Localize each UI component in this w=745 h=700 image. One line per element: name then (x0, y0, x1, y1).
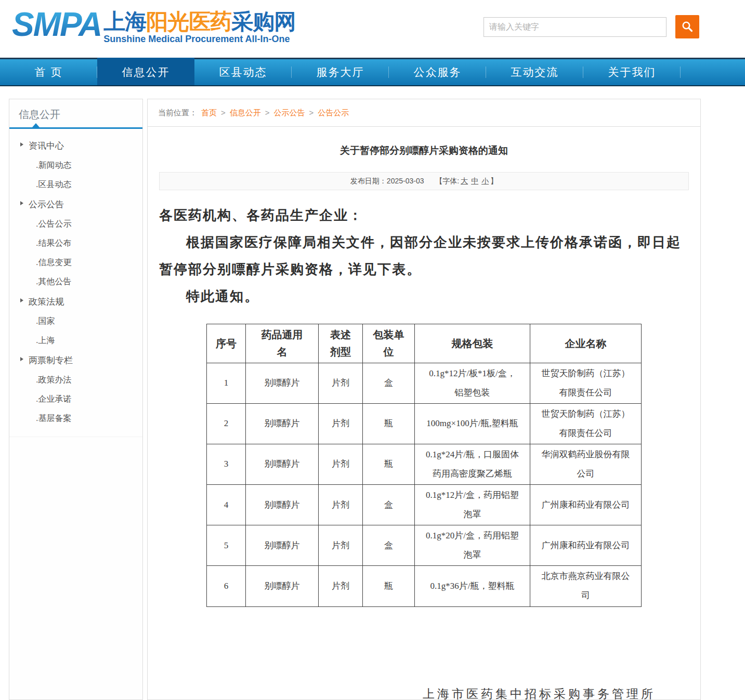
logo-text-block: 上海阳光医药采购网 Sunshine Medical Procurement A… (103, 4, 295, 44)
cell-drug-name: 别嘌醇片 (246, 485, 319, 525)
cell-company: 世贸天阶制药（江苏）有限责任公司 (530, 363, 642, 404)
logo-cn-part2: 阳光医药 (146, 9, 231, 34)
paragraph-body: 根据国家医疗保障局相关文件，因部分企业未按要求上传价格承诺函，即日起暂停部分别嘌… (159, 229, 689, 283)
cell-company: 华润双鹤药业股份有限公司 (530, 444, 642, 485)
cell-drug-name: 别嘌醇片 (246, 525, 319, 566)
cell-dosage-form: 片剂 (319, 566, 363, 606)
sidebar-item-enterprise-commitment[interactable]: .企业承诺 (9, 390, 142, 409)
right-triangle-icon (20, 201, 23, 205)
breadcrumb-separator: > (309, 108, 314, 117)
cell-package-unit: 瓶 (363, 566, 415, 606)
cell-spec-package: 0.1g*12片/盒，药用铝塑泡罩 (415, 485, 530, 525)
font-size-label-close: 】 (490, 177, 498, 185)
sidebar-item-result-publication[interactable]: .结果公布 (9, 234, 142, 253)
page: SMPA 上海阳光医药采购网 Sunshine Medical Procurem… (0, 0, 745, 700)
cell-package-unit: 瓶 (363, 404, 415, 444)
font-size-large-link[interactable]: 大 (461, 177, 468, 185)
cell-package-unit: 盒 (363, 525, 415, 566)
cell-company: 广州康和药业有限公司 (530, 485, 642, 525)
sidebar-item-policies[interactable]: 政策法规 (9, 292, 142, 312)
nav-tab-public-service[interactable]: 公众服务 (389, 59, 486, 85)
sidebar-item-grassroots-filing[interactable]: .基层备案 (9, 409, 142, 428)
font-size-small-link[interactable]: 小 (481, 177, 489, 185)
sidebar-item-public-announcements[interactable]: 公示公告 (9, 194, 142, 215)
logo-english-subtitle: Sunshine Medical Procurement All-In-One (103, 34, 295, 44)
cell-index: 2 (207, 404, 246, 444)
signature-organization: 上海市医药集中招标采购事务管理所 (423, 686, 656, 700)
logo-smpa-text: SMPA (12, 4, 101, 45)
nav-tab-service-hall[interactable]: 服务大厅 (292, 59, 389, 85)
paragraph-salutation: 各医药机构、各药品生产企业： (159, 202, 689, 229)
cell-drug-name: 别嘌醇片 (246, 566, 319, 606)
sidebar-item-news-center[interactable]: 资讯中心 (9, 136, 142, 156)
site-logo: SMPA 上海阳光医药采购网 Sunshine Medical Procurem… (12, 4, 295, 45)
breadcrumb-link-public-announcements[interactable]: 公示公告 (274, 108, 305, 117)
cell-dosage-form: 片剂 (319, 404, 363, 444)
sidebar: 信息公开 资讯中心 .新闻动态 .区县动态 公示公告 .公告公示 .结果公布 .… (9, 99, 143, 700)
table-row: 2 别嘌醇片 片剂 瓶 100mg×100片/瓶,塑料瓶 世贸天阶制药（江苏）有… (207, 404, 642, 444)
sidebar-menu: 资讯中心 .新闻动态 .区县动态 公示公告 .公告公示 .结果公布 .信息变更 … (9, 129, 142, 437)
cell-spec-package: 0.1g*20片/盒，药用铝塑泡罩 (415, 525, 530, 566)
sidebar-item-other-announcements[interactable]: .其他公告 (9, 272, 142, 292)
sidebar-item-announcement-publicity[interactable]: .公告公示 (9, 215, 142, 234)
cell-index: 5 (207, 525, 246, 566)
breadcrumb-separator: > (221, 108, 226, 117)
breadcrumb-link-info-disclosure[interactable]: 信息公开 (230, 108, 261, 117)
breadcrumb-link-announcement-publicity[interactable]: 公告公示 (318, 108, 349, 117)
cell-spec-package: 0.1g*24片/瓶，口服固体药用高密度聚乙烯瓶 (415, 444, 530, 485)
col-header-index: 序号 (207, 324, 246, 363)
sidebar-item-news-updates[interactable]: .新闻动态 (9, 156, 142, 175)
breadcrumb-link-home[interactable]: 首页 (201, 108, 217, 117)
table-row: 1 别嘌醇片 片剂 盒 0.1g*12片/板*1板/盒，铝塑包装 世贸天阶制药（… (207, 363, 642, 404)
cell-company: 北京市燕京药业有限公司 (530, 566, 642, 606)
cell-package-unit: 瓶 (363, 444, 415, 485)
cell-index: 3 (207, 444, 246, 485)
cell-package-unit: 盒 (363, 485, 415, 525)
cell-index: 4 (207, 485, 246, 525)
signature-block: 上海市医药集中招标采购事务管理所 2025年3月3日 (423, 686, 656, 700)
breadcrumb-label: 当前位置： (158, 108, 197, 117)
cell-spec-package: 100mg×100片/瓶,塑料瓶 (415, 404, 530, 444)
right-triangle-icon (20, 357, 23, 361)
suspension-table: 序号 药品通用名 表述剂型 包装单位 规格包装 企业名称 1 别嘌醇片 片剂 盒 (206, 324, 642, 607)
col-header-spec-package: 规格包装 (415, 324, 530, 363)
nav-tab-interaction[interactable]: 互动交流 (486, 59, 583, 85)
cell-index: 1 (207, 363, 246, 404)
col-header-dosage-form: 表述剂型 (319, 324, 363, 363)
sidebar-item-info-change[interactable]: .信息变更 (9, 253, 142, 272)
cell-company: 广州康和药业有限公司 (530, 525, 642, 566)
logo-chinese-title: 上海阳光医药采购网 (103, 10, 295, 33)
site-header: SMPA 上海阳光医药采购网 Sunshine Medical Procurem… (0, 0, 745, 58)
cell-drug-name: 别嘌醇片 (246, 363, 319, 404)
sidebar-item-district-updates[interactable]: .区县动态 (9, 175, 142, 194)
cell-drug-name: 别嘌醇片 (246, 444, 319, 485)
article-title: 关于暂停部分别嘌醇片采购资格的通知 (148, 144, 700, 157)
search-icon (680, 20, 695, 34)
sidebar-item-national[interactable]: .国家 (9, 312, 142, 331)
table-row: 3 别嘌醇片 片剂 瓶 0.1g*24片/瓶，口服固体药用高密度聚乙烯瓶 华润双… (207, 444, 642, 485)
article-meta-bar: 发布日期：2025-03-03 【字体:大中小】 (159, 172, 689, 190)
nav-tab-info-disclosure[interactable]: 信息公开 (97, 58, 194, 85)
search-input[interactable] (483, 17, 666, 37)
font-size-medium-link[interactable]: 中 (471, 177, 478, 185)
right-triangle-icon (20, 298, 23, 302)
sidebar-title: 信息公开 (9, 99, 142, 129)
cell-drug-name: 别嘌醇片 (246, 404, 319, 444)
cell-dosage-form: 片剂 (319, 444, 363, 485)
table-row: 6 别嘌醇片 片剂 瓶 0.1g*36片/瓶，塑料瓶 北京市燕京药业有限公司 (207, 566, 642, 606)
publish-date: 发布日期：2025-03-03 (350, 177, 424, 185)
table-header-row: 序号 药品通用名 表述剂型 包装单位 规格包装 企业名称 (207, 324, 642, 363)
col-header-company: 企业名称 (530, 324, 642, 363)
search-button[interactable] (675, 15, 699, 38)
nav-tab-home[interactable]: 首 页 (0, 59, 97, 85)
cell-company: 世贸天阶制药（江苏）有限责任公司 (530, 404, 642, 444)
cell-spec-package: 0.1g*12片/板*1板/盒，铝塑包装 (415, 363, 530, 404)
nav-tab-district-news[interactable]: 区县动态 (194, 59, 292, 85)
sidebar-item-two-invoice[interactable]: 两票制专栏 (9, 350, 142, 371)
sidebar-item-policy-measures[interactable]: .政策办法 (9, 371, 142, 390)
logo-cn-part1: 上海 (103, 9, 146, 34)
sidebar-item-shanghai[interactable]: .上海 (9, 331, 142, 350)
nav-tab-about-us[interactable]: 关于我们 (583, 59, 681, 85)
content-column: 当前位置：首页>信息公开>公示公告>公告公示 关于暂停部分别嘌醇片采购资格的通知… (147, 99, 701, 700)
breadcrumb-separator: > (265, 108, 270, 117)
